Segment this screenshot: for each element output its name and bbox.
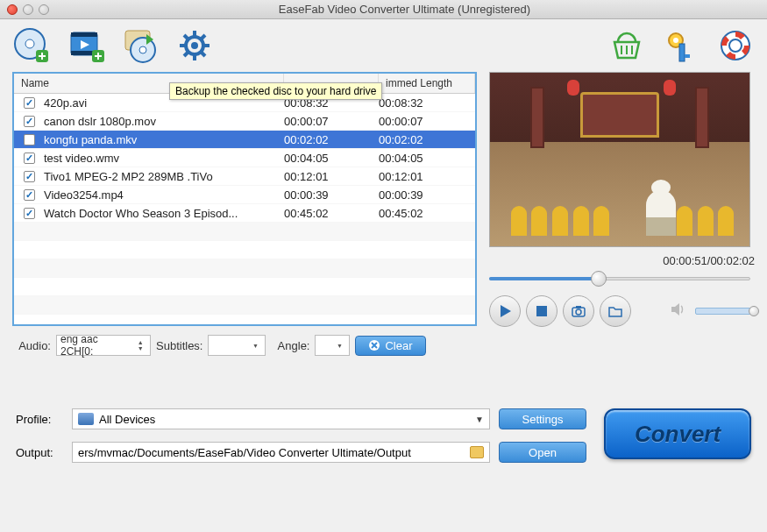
purchase-basket-button[interactable] — [607, 26, 646, 65]
svg-line-16 — [202, 53, 205, 56]
table-row-empty — [14, 296, 475, 315]
file-trimmed: 00:00:07 — [379, 115, 473, 128]
folder-icon — [607, 303, 623, 319]
column-trimmed[interactable]: immed Length — [379, 74, 475, 93]
open-button[interactable]: Open — [499, 442, 586, 463]
subtitles-label: Subtitles: — [156, 339, 202, 352]
output-path-field[interactable]: ers/mvmac/Documents/EaseFab/Video Conver… — [72, 442, 490, 463]
volume-slider[interactable] — [695, 308, 755, 315]
tooltip: Backup the checked disc to your hard dri… — [169, 82, 382, 100]
svg-rect-30 — [536, 306, 547, 316]
window-title: EaseFab Video Converter Ultimate (Unregi… — [49, 3, 760, 16]
window-close-button[interactable] — [7, 4, 18, 15]
audio-label: Audio: — [12, 339, 51, 352]
table-row[interactable]: test video.wmv00:04:0500:04:05 — [14, 149, 475, 167]
file-trimmed: 00:12:01 — [379, 170, 473, 183]
angle-label: Angle: — [271, 339, 309, 352]
file-name: kongfu panda.mkv — [39, 133, 284, 146]
volume-icon — [669, 300, 690, 323]
file-length: 00:00:39 — [284, 188, 379, 202]
playback-time: 00:00:51/00:02:02 — [489, 254, 755, 267]
subtitles-select[interactable]: ▼ — [208, 335, 266, 356]
titlebar: EaseFab Video Converter Ultimate (Unregi… — [0, 0, 767, 19]
file-name: Tivo1 MPEG-2 MP2 289MB .TiVo — [39, 170, 284, 183]
file-name: test video.wmv — [39, 152, 284, 165]
convert-button[interactable]: Convert — [604, 408, 751, 459]
register-key-button[interactable] — [662, 26, 700, 65]
snapshot-button[interactable] — [563, 295, 594, 327]
table-row[interactable]: canon dslr 1080p.mov00:00:0700:00:07 — [14, 112, 475, 131]
row-checkbox[interactable] — [24, 208, 35, 219]
file-length: 00:02:02 — [284, 133, 379, 146]
window-zoom-button[interactable] — [39, 4, 49, 15]
svg-rect-33 — [576, 306, 581, 309]
file-name: Watch Doctor Who Season 3 Episod... — [39, 207, 284, 220]
file-name: canon dslr 1080p.mov — [39, 115, 284, 128]
svg-line-18 — [184, 53, 188, 56]
svg-line-17 — [202, 35, 205, 39]
table-row-empty — [14, 278, 475, 296]
file-trimmed: 00:08:32 — [379, 96, 473, 110]
row-checkbox[interactable] — [24, 97, 35, 109]
file-length: 00:04:05 — [284, 152, 379, 165]
main-toolbar — [0, 19, 767, 72]
play-icon — [497, 303, 513, 319]
file-trimmed: 00:02:02 — [379, 133, 473, 146]
settings-gear-button[interactable] — [175, 26, 214, 65]
play-button[interactable] — [489, 295, 521, 327]
table-row[interactable]: Watch Doctor Who Season 3 Episod...00:45… — [14, 204, 475, 223]
file-length: 00:00:07 — [284, 115, 379, 128]
row-checkbox[interactable] — [24, 134, 35, 145]
table-row[interactable]: kongfu panda.mkv00:02:0200:02:02 — [14, 131, 475, 149]
settings-button[interactable]: Settings — [499, 408, 586, 429]
svg-point-28 — [729, 39, 742, 52]
table-row[interactable]: Video3254.mp400:00:3900:00:39 — [14, 186, 475, 204]
svg-rect-26 — [685, 54, 690, 58]
profile-label: Profile: — [16, 413, 63, 426]
file-length: 00:12:01 — [284, 170, 379, 183]
file-trimmed: 00:00:39 — [379, 188, 473, 202]
row-checkbox[interactable] — [24, 189, 35, 201]
camera-icon — [571, 303, 586, 319]
open-output-button[interactable] — [600, 295, 631, 327]
audio-select[interactable]: eng aac 2CH[0:▲▼ — [56, 335, 151, 356]
file-length: 00:45:02 — [284, 207, 379, 220]
backup-disc-button[interactable] — [121, 26, 160, 65]
angle-select[interactable]: ▼ — [315, 335, 350, 356]
profile-select[interactable]: All Devices ▼ — [72, 408, 490, 429]
stop-icon — [535, 304, 549, 318]
browse-folder-icon[interactable] — [470, 446, 484, 458]
table-row-empty — [14, 223, 475, 241]
help-lifebuoy-button[interactable] — [716, 26, 755, 65]
stop-button[interactable] — [526, 295, 557, 327]
svg-point-1 — [25, 39, 34, 48]
row-checkbox[interactable] — [24, 116, 35, 127]
svg-rect-4 — [71, 32, 97, 37]
table-row[interactable]: Tivo1 MPEG-2 MP2 289MB .TiVo00:12:0100:1… — [14, 167, 475, 186]
window-minimize-button[interactable] — [23, 4, 33, 15]
svg-point-19 — [191, 42, 198, 49]
svg-line-15 — [184, 35, 188, 39]
row-checkbox[interactable] — [24, 153, 35, 164]
file-trimmed: 00:45:02 — [379, 207, 473, 220]
add-video-button[interactable] — [67, 26, 105, 65]
output-label: Output: — [16, 446, 63, 459]
file-name: Video3254.mp4 — [39, 188, 284, 202]
clear-button[interactable]: Clear — [355, 336, 425, 356]
svg-point-32 — [576, 309, 581, 315]
seek-slider[interactable] — [489, 271, 750, 287]
load-dvd-button[interactable] — [12, 26, 51, 65]
table-row-empty — [14, 241, 475, 259]
file-list: Name immed Length 420p.avi00:08:3200:08:… — [12, 72, 477, 326]
file-trimmed: 00:04:05 — [379, 152, 473, 165]
device-icon — [78, 413, 94, 425]
svg-rect-25 — [679, 44, 685, 61]
video-preview[interactable] — [489, 72, 750, 247]
clear-icon — [368, 339, 380, 351]
svg-point-9 — [139, 46, 146, 53]
table-row-empty — [14, 259, 475, 278]
svg-point-24 — [673, 38, 678, 43]
row-checkbox[interactable] — [24, 171, 35, 182]
